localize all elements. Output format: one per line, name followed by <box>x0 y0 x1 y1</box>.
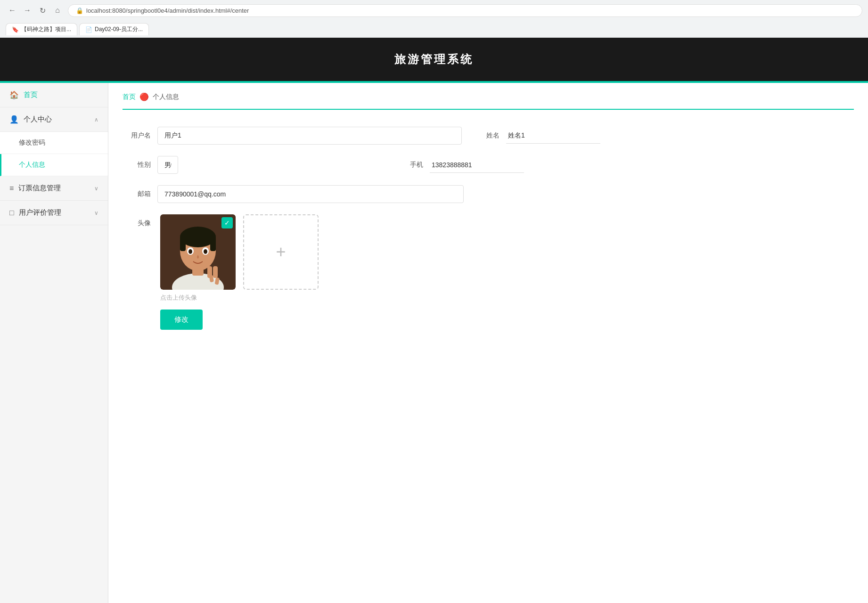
avatar-images: ✓ + <box>160 214 319 290</box>
tabs-bar: 🔖 【码神之路】项目... 📄 Day02-09-员工分... <box>0 21 868 38</box>
svg-rect-5 <box>180 237 186 251</box>
check-icon: ✓ <box>224 219 230 227</box>
avatar-current-wrap: ✓ <box>160 214 236 290</box>
app-title: 旅游管理系统 <box>394 53 474 65</box>
form-section: 用户名 姓名 性别 男 女 ∨ <box>123 117 688 339</box>
browser-toolbar: ← → ↻ ⌂ 🔒 localhost:8080/springbootl0e4/… <box>0 0 868 21</box>
person-icon: 👤 <box>9 115 19 124</box>
avatar-row: 头像 <box>123 214 688 290</box>
review-icon: □ <box>9 209 14 217</box>
chevron-up-icon: ∧ <box>94 116 98 123</box>
svg-point-10 <box>204 249 207 254</box>
avatar-upload-button[interactable]: + <box>243 214 319 290</box>
sidebar-item-home[interactable]: 🏠 首页 <box>0 83 108 107</box>
app-header: 旅游管理系统 <box>0 38 868 81</box>
avatar-label: 头像 <box>123 214 151 228</box>
fullname-input[interactable] <box>506 128 600 144</box>
tab1-icon: 🔖 <box>12 26 18 33</box>
lock-icon: 🔒 <box>76 7 83 14</box>
address-text: localhost:8080/springbootl0e4/admin/dist… <box>86 7 249 14</box>
breadcrumb-current: 个人信息 <box>153 93 179 101</box>
tab-2[interactable]: 📄 Day02-09-员工分... <box>79 23 149 35</box>
tab2-label: Day02-09-员工分... <box>95 25 143 33</box>
personal-info-label: 个人信息 <box>19 161 45 168</box>
sidebar-item-review-management[interactable]: □ 用户评价管理 ∨ <box>0 201 108 225</box>
phone-label: 手机 <box>404 161 423 169</box>
tab-1[interactable]: 🔖 【码神之路】项目... <box>6 23 77 35</box>
sidebar-item-personal-info[interactable]: 个人信息 <box>0 154 108 176</box>
breadcrumb-home[interactable]: 首页 <box>123 93 136 101</box>
gender-select-wrap: 男 女 ∨ <box>157 156 178 174</box>
sidebar-item-change-password[interactable]: 修改密码 <box>0 132 108 154</box>
gender-select[interactable]: 男 女 <box>157 156 178 174</box>
home-button[interactable]: ⌂ <box>51 4 64 17</box>
browser-chrome: ← → ↻ ⌂ 🔒 localhost:8080/springbootl0e4/… <box>0 0 868 38</box>
svg-point-9 <box>188 249 192 254</box>
ticket-icon: ≡ <box>9 184 14 193</box>
sidebar: 🏠 首页 👤 个人中心 ∧ 修改密码 个人信息 ≡ 订票信息管理 ∨ □ 用户评… <box>0 83 108 603</box>
chevron-down-icon-review: ∨ <box>94 210 98 216</box>
email-label: 邮箱 <box>123 190 151 198</box>
sidebar-review-label: 用户评价管理 <box>19 208 61 217</box>
sidebar-sub-personal: 修改密码 个人信息 <box>0 132 108 176</box>
tab1-label: 【码神之路】项目... <box>21 25 71 33</box>
username-label: 用户名 <box>123 131 151 140</box>
sidebar-item-personal-center[interactable]: 👤 个人中心 ∧ <box>0 107 108 132</box>
address-bar[interactable]: 🔒 localhost:8080/springbootl0e4/admin/di… <box>68 4 862 17</box>
fullname-label: 姓名 <box>481 131 500 140</box>
email-input[interactable] <box>157 185 464 203</box>
app-body: 🏠 首页 👤 个人中心 ∧ 修改密码 个人信息 ≡ 订票信息管理 ∨ □ 用户评… <box>0 83 868 603</box>
phone-input[interactable] <box>430 157 524 173</box>
main-content: 首页 🔴 个人信息 用户名 姓名 性别 <box>108 83 868 603</box>
svg-rect-6 <box>210 237 216 251</box>
nav-buttons: ← → ↻ ⌂ <box>6 4 64 17</box>
upload-hint: 点击上传头像 <box>160 293 688 302</box>
sidebar-item-ticket-management[interactable]: ≡ 订票信息管理 ∨ <box>0 176 108 201</box>
tab2-icon: 📄 <box>85 26 92 33</box>
upload-plus-icon: + <box>276 242 286 262</box>
svg-rect-12 <box>213 266 218 278</box>
breadcrumb: 首页 🔴 个人信息 <box>123 92 854 110</box>
sidebar-home-label: 首页 <box>24 90 38 99</box>
avatar-selected-check: ✓ <box>221 217 233 228</box>
chevron-down-icon-ticket: ∨ <box>94 185 98 192</box>
forward-button[interactable]: → <box>21 4 34 17</box>
sidebar-personal-label: 个人中心 <box>24 115 52 124</box>
home-icon: 🏠 <box>9 90 19 99</box>
username-input[interactable] <box>157 127 462 145</box>
reload-button[interactable]: ↻ <box>36 4 49 17</box>
sidebar-ticket-label: 订票信息管理 <box>18 184 61 193</box>
submit-button[interactable]: 修改 <box>160 310 203 330</box>
gender-label: 性别 <box>123 161 151 169</box>
breadcrumb-separator: 🔴 <box>139 92 149 101</box>
change-password-label: 修改密码 <box>19 139 45 146</box>
back-button[interactable]: ← <box>6 4 19 17</box>
